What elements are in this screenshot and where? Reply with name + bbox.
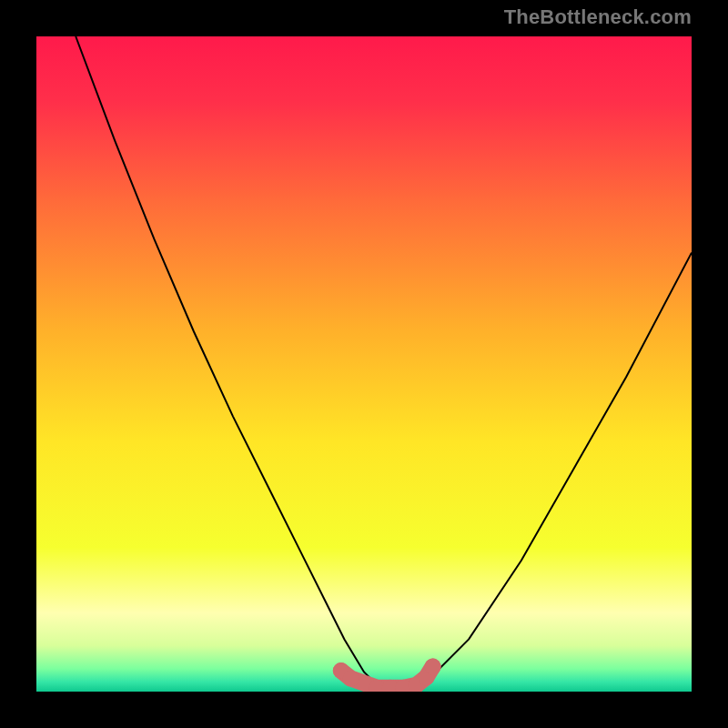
chart-frame: TheBottleneck.com xyxy=(0,0,728,728)
bottleneck-curve xyxy=(36,36,692,692)
watermark-text: TheBottleneck.com xyxy=(504,5,692,29)
plot-area xyxy=(36,36,692,692)
trough-marker xyxy=(425,659,441,675)
trough-marker xyxy=(343,671,359,687)
